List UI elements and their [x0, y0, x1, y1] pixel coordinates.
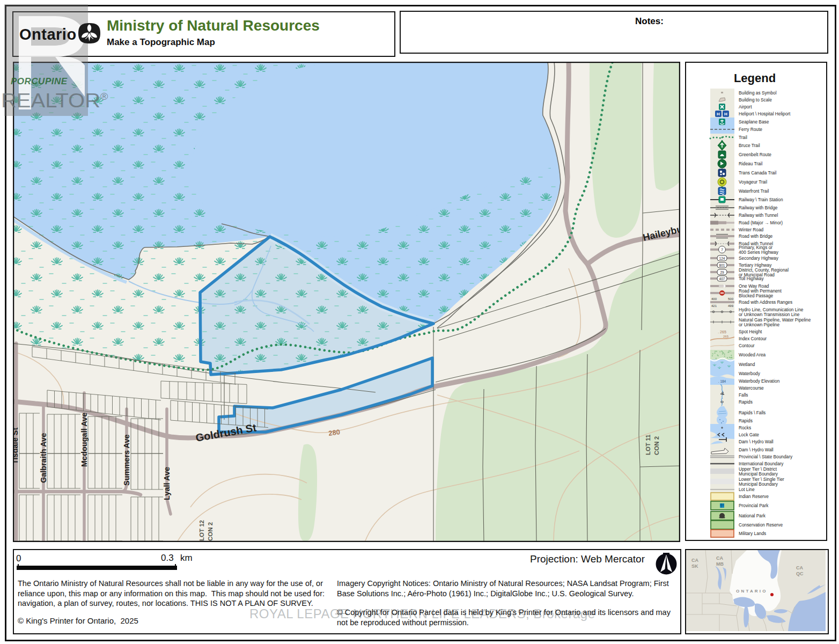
svg-text:Falls: Falls	[739, 392, 748, 398]
svg-text:Trans Canada Trail: Trans Canada Trail	[739, 170, 776, 175]
svg-text:Voyageur Trail: Voyageur Trail	[739, 179, 767, 185]
svg-text:Upper Tier \ District: Upper Tier \ District	[739, 466, 777, 472]
svg-text:Trail: Trail	[739, 135, 747, 140]
svg-text:Lower Tier \ Single Tier: Lower Tier \ Single Tier	[739, 477, 784, 482]
svg-text:801: 801	[719, 264, 725, 267]
svg-text:Road with Permanent: Road with Permanent	[739, 288, 782, 294]
svg-text:Railway with Tunnel: Railway with Tunnel	[739, 213, 778, 218]
svg-text:or Unknown Pipeline: or Unknown Pipeline	[739, 322, 779, 327]
svg-text:Rapids: Rapids	[739, 399, 753, 405]
svg-text:Contour: Contour	[739, 343, 755, 348]
svg-text:CA: CA	[796, 565, 803, 570]
svg-text:Waterbody: Waterbody	[739, 371, 761, 376]
svg-text:District, County, Regional: District, County, Regional	[739, 267, 789, 273]
svg-text:265: 265	[723, 335, 729, 338]
svg-text:499: 499	[728, 304, 734, 308]
svg-text:Dam \ Hydro Wall: Dam \ Hydro Wall	[739, 439, 774, 444]
svg-text:Secondary Highway: Secondary Highway	[739, 255, 779, 261]
svg-text:Watercourse: Watercourse	[739, 385, 764, 391]
svg-text:Hydro Line, Communication Line: Hydro Line, Communication Line	[739, 307, 804, 312]
svg-text:Wetland: Wetland	[739, 362, 755, 367]
svg-text:124: 124	[719, 257, 725, 260]
svg-text:Military Lands: Military Lands	[739, 531, 766, 536]
svg-text:Primary, Kings or: Primary, Kings or	[739, 245, 772, 250]
svg-text:CA: CA	[716, 555, 723, 561]
svg-text:MB: MB	[716, 561, 724, 567]
svg-text:Rapids: Rapids	[739, 418, 753, 423]
svg-text:400: 400	[711, 297, 717, 301]
svg-text:Municipal Boundary: Municipal Boundary	[739, 481, 778, 487]
svg-text:H: H	[717, 112, 720, 116]
svg-text:29: 29	[720, 270, 724, 274]
svg-text:Road (Major → Minor): Road (Major → Minor)	[739, 220, 783, 225]
svg-text:Airport: Airport	[739, 104, 752, 109]
svg-text:International Boundary: International Boundary	[739, 461, 784, 466]
svg-text:or Unknown Transmission Line: or Unknown Transmission Line	[739, 312, 800, 317]
svg-text:Wooded Area: Wooded Area	[739, 352, 766, 357]
svg-text:400 Series Highway: 400 Series Highway	[739, 250, 779, 255]
svg-text:National Park: National Park	[739, 513, 766, 518]
svg-text:Railway with Bridge: Railway with Bridge	[739, 205, 778, 210]
svg-text:Index Contour: Index Contour	[739, 336, 767, 341]
svg-text:Conservation Reserve: Conservation Reserve	[739, 522, 783, 528]
svg-text:ONTARIO: ONTARIO	[736, 589, 768, 594]
svg-text:Lot Line: Lot Line	[739, 487, 755, 492]
svg-text:Municipal Boundary: Municipal Boundary	[739, 471, 778, 477]
svg-text:Rapids \ Falls: Rapids \ Falls	[739, 410, 766, 415]
svg-text:500: 500	[728, 297, 734, 301]
svg-text:Railway \ Train Station: Railway \ Train Station	[739, 197, 783, 202]
svg-text:. 265: . 265	[718, 330, 726, 334]
svg-text:Building as Symbol: Building as Symbol	[739, 90, 777, 96]
svg-text:SK: SK	[691, 564, 698, 569]
svg-text:Waterbody Elevation: Waterbody Elevation	[739, 378, 780, 384]
svg-text:Lock Gate: Lock Gate	[739, 432, 759, 437]
svg-text:Natural Gas Pipeline, Water Pi: Natural Gas Pipeline, Water Pipeline	[739, 317, 811, 323]
svg-text:. 184: . 184	[718, 379, 726, 383]
svg-text:Rocks: Rocks	[739, 425, 751, 430]
svg-text:Dam \ Hydro Wall: Dam \ Hydro Wall	[739, 447, 774, 452]
svg-text:Toll Highway: Toll Highway	[739, 276, 764, 281]
svg-text:Ferry Route: Ferry Route	[739, 127, 762, 132]
svg-text:H: H	[724, 112, 727, 116]
svg-text:Road with Bridge: Road with Bridge	[739, 233, 773, 239]
svg-text:7: 7	[721, 248, 723, 252]
svg-text:CA: CA	[691, 558, 698, 563]
svg-text:Bruce Trail: Bruce Trail	[739, 143, 760, 148]
svg-text:Greenbelt Route: Greenbelt Route	[739, 152, 771, 157]
svg-text:Legend: Legend	[734, 71, 776, 85]
svg-text:407: 407	[719, 277, 725, 281]
svg-text:Indian Reserve: Indian Reserve	[739, 494, 769, 499]
svg-text:Rideau Trail: Rideau Trail	[739, 161, 762, 166]
svg-text:Provincial \ State Boundary: Provincial \ State Boundary	[739, 454, 793, 459]
svg-text:Seaplane Base: Seaplane Base	[739, 119, 769, 125]
svg-text:Blocked Passage: Blocked Passage	[739, 293, 773, 298]
svg-text:421: 421	[711, 304, 717, 308]
svg-text:Building to Scale: Building to Scale	[739, 97, 772, 103]
svg-text:Winter Road: Winter Road	[739, 227, 763, 232]
svg-text:Waterfront Trail: Waterfront Trail	[739, 188, 769, 194]
svg-text:Heliport \ Hospital Heliport: Heliport \ Hospital Heliport	[739, 111, 791, 116]
svg-text:Provincial Park: Provincial Park	[739, 503, 769, 508]
svg-text:Spot Height: Spot Height	[739, 329, 762, 334]
svg-text:Road with Address Ranges: Road with Address Ranges	[739, 299, 792, 305]
svg-text:QC: QC	[796, 571, 804, 576]
